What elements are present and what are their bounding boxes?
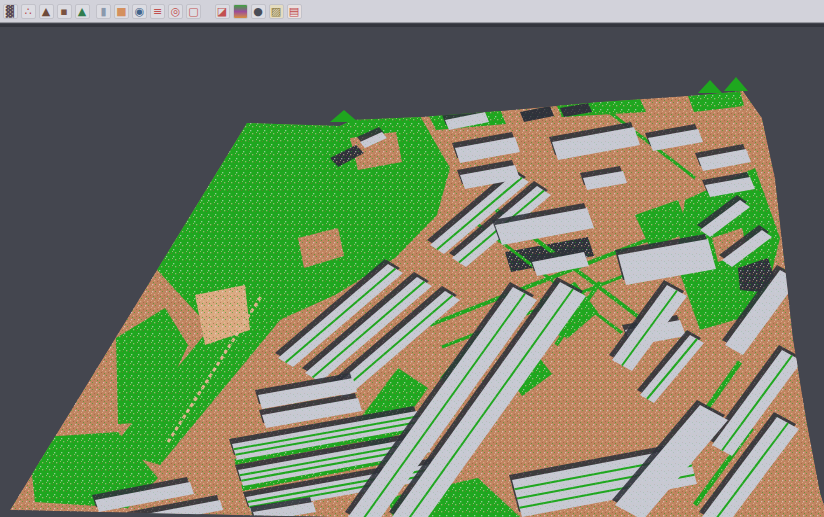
hill-icon[interactable]: ▲: [75, 4, 90, 19]
ortho-map-icon[interactable]: ■: [114, 4, 129, 19]
viewport-3d[interactable]: [0, 27, 824, 517]
sphere-icon[interactable]: ●: [251, 4, 266, 19]
app-window: ▓∴▲▪▲▮■◉≡◎▢◪●▨▤: [0, 0, 824, 517]
column-icon[interactable]: ▮: [96, 4, 111, 19]
globe-icon[interactable]: ◉: [132, 4, 147, 19]
selection-frame-icon[interactable]: ▢: [186, 4, 201, 19]
scatter-points-icon[interactable]: ∴: [21, 4, 36, 19]
toolbar: ▓∴▲▪▲▮■◉≡◎▢◪●▨▤: [0, 0, 824, 23]
target-ring-icon[interactable]: ◎: [168, 4, 183, 19]
flag-stripes-icon[interactable]: ▤: [287, 4, 302, 19]
point-cloud-scene: [0, 27, 824, 517]
classify-icon[interactable]: ▨: [269, 4, 284, 19]
colormap-icon[interactable]: [233, 4, 248, 19]
profile-lines-icon[interactable]: ≡: [150, 4, 165, 19]
clip-box-icon[interactable]: ◪: [215, 4, 230, 19]
dark-cube-icon[interactable]: ▓: [3, 4, 18, 19]
sample-box-icon[interactable]: ▪: [57, 4, 72, 19]
terrain-icon[interactable]: ▲: [39, 4, 54, 19]
